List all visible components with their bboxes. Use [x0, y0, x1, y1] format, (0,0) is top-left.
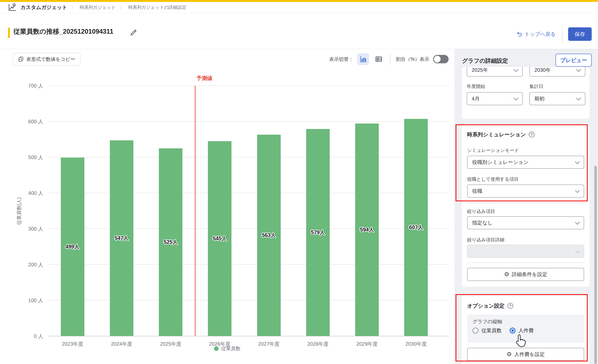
chevron-down-icon: [514, 67, 518, 72]
chevron-down-icon: [575, 159, 580, 164]
gear-icon: ⚙: [504, 271, 509, 277]
breadcrumb-current-page: 時系列ガジェットの詳細設定: [128, 4, 186, 10]
grid-line: [48, 264, 449, 265]
y-tick-label: 0 人: [0, 333, 43, 339]
bar-chart-view-button[interactable]: [357, 53, 369, 65]
title-accent-bar: [8, 28, 10, 38]
chevron-down-icon: [575, 220, 580, 225]
period-settings-card: 2025年 2030年 年度開始 集計日 4月 期初: [462, 67, 590, 119]
grid-line: [48, 157, 449, 157]
toolbar-divider: [390, 54, 390, 65]
section-divider: [467, 203, 584, 203]
filter-field-label: 絞り込み項目: [467, 208, 495, 215]
pencil-icon: [129, 34, 137, 37]
back-to-top-link[interactable]: トップへ戻る: [515, 31, 557, 38]
bar-chart: 0 人100 人200 人300 人400 人500 人600 人700 人従業…: [0, 49, 455, 364]
filter-detail-select-disabled: [467, 245, 584, 258]
header-divider: [562, 26, 563, 42]
period-to-select[interactable]: 2030年: [529, 67, 585, 77]
breadcrumb-custom-gadget[interactable]: カスタムガジェット: [21, 4, 67, 11]
grid-line: [48, 229, 449, 229]
copy-icon: [18, 56, 24, 62]
simulation-mode-select[interactable]: 役職別シミュレーション: [467, 156, 584, 169]
simulation-mode-label: シミュレーションモード: [467, 147, 519, 154]
vertical-axis-label: グラフの縦軸: [473, 318, 502, 325]
bar-value-label: 594人: [350, 226, 384, 233]
bar-value-label: 499人: [56, 243, 89, 250]
bar-value-label: 547人: [105, 235, 138, 241]
graph-settings-panel: グラフの詳細設定 プレビュー 2025年 2030年 年度開始 集計日 4月 期…: [455, 49, 598, 364]
y-tick-label: 300 人: [0, 225, 43, 232]
y-axis-title: 従業員数(人): [16, 197, 22, 225]
role-field-label: 役職として使用する項目: [467, 176, 519, 182]
custom-gadget-logo-icon: [8, 3, 17, 12]
table-icon: [375, 55, 382, 63]
radio-employee-count[interactable]: 従業員数: [473, 327, 502, 334]
panel-heading: グラフの詳細設定: [462, 57, 508, 65]
legend-item-employee-count[interactable]: 従業員数: [0, 345, 455, 352]
help-icon[interactable]: ?: [507, 303, 513, 309]
grid-line: [48, 121, 449, 122]
y-tick-label: 600 人: [0, 118, 43, 125]
y-tick-label: 500 人: [0, 154, 43, 161]
simulation-section-heading: 時系列シミュレーション ?: [467, 131, 534, 138]
chevron-down-icon: [575, 248, 580, 253]
y-tick-label: 400 人: [0, 190, 43, 197]
help-icon[interactable]: ?: [529, 132, 534, 137]
grid-line: [48, 300, 449, 300]
chart-region: 0 人100 人200 人300 人400 人500 人600 人700 人従業…: [0, 49, 455, 364]
filter-field-select[interactable]: 指定なし: [467, 216, 584, 229]
preview-button[interactable]: プレビュー: [556, 54, 592, 67]
legend-label: 従業員数: [221, 345, 241, 352]
brand-top-strip: [0, 0, 598, 2]
forecast-label: 予測値: [197, 75, 212, 82]
year-start-select[interactable]: 4月: [467, 92, 523, 105]
bar-value-label: 607人: [399, 224, 433, 231]
bar-value-label: 579人: [301, 229, 335, 236]
bar-value-label: 545人: [203, 235, 237, 242]
y-tick-label: 100 人: [0, 297, 43, 304]
undo-arrow-icon: [516, 31, 523, 37]
year-start-label: 年度開始: [467, 83, 485, 90]
edit-title-button[interactable]: [129, 28, 138, 37]
period-from-select[interactable]: 2025年: [467, 67, 523, 77]
chevron-down-icon: [576, 96, 581, 100]
aggregation-day-label: 集計日: [529, 83, 543, 90]
grid-line: [48, 336, 449, 336]
percent-display-toggle[interactable]: [433, 55, 448, 63]
options-settings-card: オプション設定 ? グラフの縦軸 従業員数 人件費 ⚙: [462, 296, 590, 364]
title-bar: 従業員数の推移_20251201094311 トップへ戻る 保存: [0, 13, 598, 49]
advanced-conditions-button[interactable]: ⚙ 詳細条件を設定: [467, 268, 584, 281]
chevron-down-icon: [576, 67, 581, 72]
panel-scrollbar-thumb[interactable]: [594, 166, 597, 364]
grid-line: [48, 193, 449, 193]
radio-unselected-icon: [473, 328, 479, 333]
options-section-heading: オプション設定 ?: [467, 302, 513, 309]
copy-table-values-button[interactable]: 表形式で数値をコピー: [13, 53, 80, 66]
y-tick-label: 200 人: [0, 261, 43, 268]
radio-labor-cost[interactable]: 人件費: [510, 327, 534, 334]
filter-detail-label: 絞り込み項目詳細: [467, 237, 504, 243]
role-field-select[interactable]: 役職: [467, 184, 584, 198]
y-tick-label: 700 人: [0, 83, 43, 89]
gear-icon: ⚙: [507, 351, 512, 357]
page-title: 従業員数の推移_20251201094311: [13, 27, 113, 36]
bar-value-label: 525人: [154, 239, 187, 246]
section-divider: [467, 262, 584, 263]
view-toggle-label: 表示切替：: [329, 56, 354, 63]
vertical-axis-group: グラフの縦軸 従業員数 人件費: [467, 314, 584, 343]
bar-value-label: 563人: [252, 232, 286, 239]
bar-chart-icon: [359, 55, 367, 63]
breadcrumb-timeseries-gadget[interactable]: 時系列ガジェット: [80, 4, 116, 10]
breadcrumb-separator: 〉: [120, 5, 124, 10]
chart-toolbar: 表形式で数値をコピー 表示切替：: [13, 52, 448, 66]
chevron-down-icon: [514, 96, 518, 100]
radio-selected-icon: [510, 328, 515, 333]
breadcrumb-separator: 〉: [71, 5, 75, 10]
aggregation-day-select[interactable]: 期初: [529, 92, 585, 105]
forecast-line: [195, 86, 195, 336]
save-button[interactable]: 保存: [568, 27, 592, 41]
set-labor-cost-button[interactable]: ⚙ 人件費を設定: [467, 348, 584, 361]
table-view-button[interactable]: [373, 53, 385, 65]
simulation-settings-card: 時系列シミュレーション ? シミュレーションモード 役職別シミュレーション 役職…: [462, 125, 590, 287]
